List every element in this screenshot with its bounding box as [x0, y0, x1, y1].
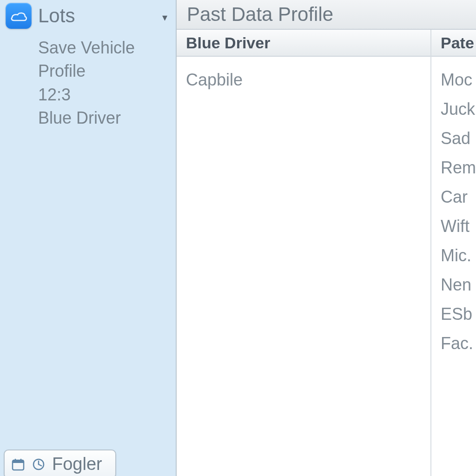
table-cell[interactable]: Rem: [441, 153, 476, 182]
table-cell[interactable]: Moc: [441, 65, 476, 94]
app-root: Lots ▾ Save Vehicle Profile 12:3 Blue Dr…: [0, 0, 476, 476]
svg-rect-1: [13, 460, 24, 463]
table-cell[interactable]: Wift: [441, 212, 476, 241]
column-body: Moc Juck Sad Rem Car Wift Mic. Nen ESb F…: [431, 57, 476, 476]
sidebar: Lots ▾ Save Vehicle Profile 12:3 Blue Dr…: [0, 0, 177, 476]
lots-app-icon: [6, 3, 32, 29]
main-panel: Past Data Profile Blue Driver Capbile Pa…: [177, 0, 476, 476]
sidebar-header[interactable]: Lots ▾: [0, 0, 176, 30]
sidebar-title: Lots: [38, 5, 162, 27]
table-cell[interactable]: Mic.: [441, 241, 476, 270]
svg-line-6: [39, 464, 41, 466]
sidebar-item[interactable]: Save Vehicle: [38, 36, 176, 60]
table-cell[interactable]: ESb: [441, 299, 476, 329]
column-body: Capbile: [177, 57, 430, 476]
data-table: Blue Driver Capbile Pate Moc Juck Sad Re…: [177, 30, 476, 476]
sidebar-item[interactable]: 12:3: [38, 83, 176, 106]
sidebar-bottom: Fogler: [0, 450, 176, 476]
calendar-icon: [11, 457, 25, 471]
table-cell[interactable]: Fac.: [441, 329, 476, 358]
clock-icon: [32, 457, 46, 471]
sidebar-list: Save Vehicle Profile 12:3 Blue Driver: [0, 30, 176, 130]
column-header[interactable]: Blue Driver: [177, 30, 430, 57]
sidebar-item[interactable]: Blue Driver: [38, 106, 176, 130]
table-column: Pate Moc Juck Sad Rem Car Wift Mic. Nen …: [431, 30, 476, 476]
table-cell[interactable]: Car: [441, 182, 476, 212]
fogler-button-label: Fogler: [52, 454, 102, 474]
sidebar-item[interactable]: Profile: [38, 60, 176, 83]
fogler-button[interactable]: Fogler: [4, 450, 116, 476]
page-title: Past Data Profile: [177, 0, 476, 30]
table-cell[interactable]: Nen: [441, 270, 476, 299]
table-cell[interactable]: Juck: [441, 94, 476, 124]
table-column: Blue Driver Capbile: [177, 30, 431, 476]
table-cell[interactable]: Capbile: [186, 65, 430, 94]
chevron-down-icon[interactable]: ▾: [162, 8, 171, 24]
table-cell[interactable]: Sad: [441, 124, 476, 153]
column-header[interactable]: Pate: [431, 30, 476, 57]
